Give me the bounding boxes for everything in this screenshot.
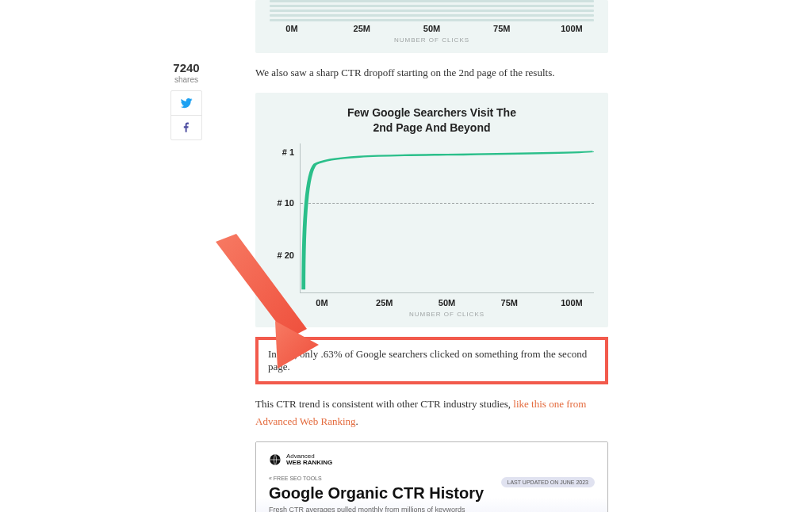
text: . — [356, 415, 358, 427]
text: This CTR trend is consistent with other … — [255, 398, 513, 410]
xtick: 25M — [346, 24, 377, 33]
x-axis-label: NUMBER OF CLICKS — [300, 311, 594, 318]
embedded-screenshot-awr: AdvancedWEB RANKING « FREE SEO TOOLS Goo… — [255, 441, 608, 512]
xtick: 50M — [431, 298, 463, 308]
x-axis-ticks: 0M 25M 50M 75M 100M — [270, 24, 594, 33]
share-twitter-button[interactable] — [171, 91, 201, 115]
ytick: # 1 — [270, 147, 294, 157]
embed-header: AdvancedWEB RANKING « FREE SEO TOOLS Goo… — [256, 442, 607, 512]
share-buttons — [170, 90, 202, 140]
callout-highlight: In fact, only .63% of Google searchers c… — [255, 337, 608, 384]
chart-line — [301, 143, 594, 292]
xtick: 25M — [369, 298, 400, 308]
share-sidebar: 7240 shares — [167, 62, 206, 140]
chart-tail-rows — [270, 0, 594, 24]
article-column: 0M 25M 50M 75M 100M NUMBER OF CLICKS We … — [255, 0, 608, 512]
xtick: 100M — [556, 298, 588, 308]
embed-subtitle: Fresh CTR averages pulled monthly from m… — [269, 506, 595, 512]
paragraph: This CTR trend is consistent with other … — [255, 395, 608, 430]
twitter-icon — [180, 97, 193, 109]
callout-text: In fact, only .63% of Google searchers c… — [255, 337, 608, 384]
globe-icon — [269, 453, 282, 466]
xtick: 75M — [486, 24, 518, 33]
chart-plot-area: # 1 # 10 # 20 — [300, 143, 594, 293]
xtick: 50M — [416, 24, 448, 33]
share-label: shares — [167, 75, 206, 84]
x-axis-label: NUMBER OF CLICKS — [270, 36, 594, 44]
xtick: 0M — [306, 298, 338, 308]
xtick: 75M — [493, 298, 525, 308]
awr-brand: AdvancedWEB RANKING — [269, 453, 595, 466]
x-axis-ticks: 0M 25M 50M 75M 100M — [300, 298, 594, 308]
last-updated-badge: LAST UPDATED ON JUNE 2023 — [501, 477, 595, 487]
paragraph: We also saw a sharp CTR dropoff starting… — [255, 64, 608, 82]
ytick: # 20 — [270, 250, 294, 260]
facebook-icon — [181, 122, 192, 133]
brand-text: AdvancedWEB RANKING — [286, 453, 332, 466]
chart-card-ctr: Few Google Searchers Visit The 2nd Page … — [255, 93, 608, 327]
ytick: # 10 — [270, 198, 294, 208]
xtick: 0M — [276, 24, 308, 33]
share-facebook-button[interactable] — [171, 115, 201, 139]
chart-title: Few Google Searchers Visit The 2nd Page … — [270, 105, 594, 136]
chart-card-clicks-tail: 0M 25M 50M 75M 100M NUMBER OF CLICKS — [255, 0, 608, 53]
xtick: 100M — [556, 24, 588, 33]
share-count: 7240 — [167, 62, 206, 75]
